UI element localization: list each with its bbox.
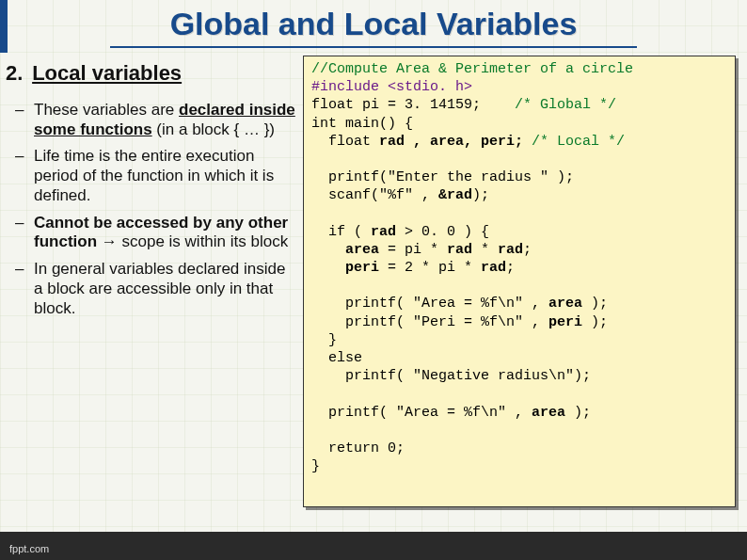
code-line: printf( "Peri = %f\n" , xyxy=(311,314,548,330)
section-label: Local variables xyxy=(32,61,182,85)
footer-bar xyxy=(0,532,747,560)
section-heading: 2. Local variables xyxy=(6,61,295,86)
code-line: ; xyxy=(506,260,515,276)
code-bold: peri xyxy=(345,260,379,276)
main-content: 2. Local variables These variables are d… xyxy=(0,50,747,507)
code-bold: rad xyxy=(371,224,396,240)
code-line: return 0; xyxy=(311,440,405,456)
code-line: } xyxy=(311,332,337,348)
code-comment: /* Global */ xyxy=(515,97,616,113)
code-line: * xyxy=(472,242,498,258)
code-line: printf("Enter the radius " ); xyxy=(311,169,574,185)
code-line xyxy=(311,260,345,276)
title-text: Global and Local Variables xyxy=(170,6,578,41)
code-bold: &rad xyxy=(438,187,472,203)
code-bold: area xyxy=(532,405,565,421)
code-line xyxy=(311,242,345,258)
code-bold: rad xyxy=(481,260,506,276)
code-line: else xyxy=(311,350,362,366)
code-line: > 0. 0 ) { xyxy=(396,224,489,240)
slide-title: Global and Local Variables xyxy=(0,0,747,50)
code-line: = pi * xyxy=(379,242,447,258)
code-comment: /* Local */ xyxy=(523,134,625,150)
code-line: } xyxy=(311,458,320,474)
code-line: ); xyxy=(582,296,608,312)
list-item: These variables are declared inside some… xyxy=(34,101,295,139)
code-bold: rad , area, peri; xyxy=(379,134,523,150)
code-line: ); xyxy=(565,405,591,421)
code-line: if ( xyxy=(311,224,371,240)
code-line: printf( "Negative radius\n"); xyxy=(311,368,591,384)
code-line: ; xyxy=(523,242,532,258)
left-column: 2. Local variables These variables are d… xyxy=(6,56,297,507)
code-bold: rad xyxy=(498,242,523,258)
code-bold: area xyxy=(345,242,379,258)
code-comment: //Compute Area & Perimeter of a circle xyxy=(311,61,633,77)
code-bold: area xyxy=(548,296,582,312)
section-number: 2. xyxy=(6,61,26,86)
code-line: float xyxy=(311,134,379,150)
code-line: ); xyxy=(472,187,489,203)
code-line: float pi = 3. 14159; xyxy=(311,97,515,113)
code-line: ); xyxy=(582,314,608,330)
code-line: scanf("%f" , xyxy=(311,187,438,203)
code-box: //Compute Area & Perimeter of a circle #… xyxy=(303,56,736,507)
right-column: //Compute Area & Perimeter of a circle #… xyxy=(303,56,738,507)
code-line: printf( "Area = %f\n" , xyxy=(311,296,548,312)
code-line: int main() { xyxy=(311,116,413,132)
bullet-list: These variables are declared inside some… xyxy=(34,101,295,318)
code-line: = 2 * pi * xyxy=(379,260,481,276)
list-item: In general variables declared inside a b… xyxy=(34,260,295,318)
list-item: Cannot be accessed by any other function… xyxy=(34,214,295,252)
code-bold: peri xyxy=(548,314,582,330)
code-include: #include <stdio. h> xyxy=(311,79,472,95)
code-line: printf( "Area = %f\n" , xyxy=(311,405,532,421)
watermark: fppt.com xyxy=(9,543,49,554)
list-item: Life time is the entire execution period… xyxy=(34,147,295,205)
code-bold: rad xyxy=(447,242,472,258)
